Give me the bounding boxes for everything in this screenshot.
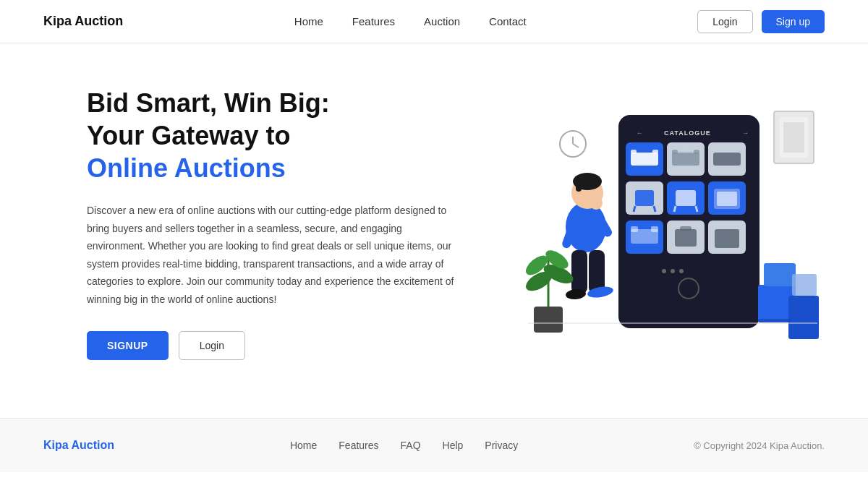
svg-rect-33: [675, 229, 697, 247]
svg-point-37: [662, 269, 666, 273]
svg-rect-22: [676, 190, 696, 206]
svg-rect-12: [672, 153, 699, 166]
signup-button[interactable]: Sign up: [762, 10, 825, 33]
footer: Kipa Auction Home Features FAQ Help Priv…: [0, 418, 868, 472]
navbar: Kipa Auction Home Features Auction Conta…: [0, 0, 868, 43]
svg-line-24: [696, 206, 697, 212]
svg-rect-56: [571, 250, 587, 294]
svg-rect-16: [713, 153, 741, 166]
svg-rect-45: [788, 296, 819, 339]
hero-text: Bid Smart, Win Big: Your Gateway to Onli…: [87, 87, 463, 360]
svg-point-38: [671, 269, 675, 273]
nav-auction[interactable]: Auction: [424, 15, 460, 27]
footer-links: Home Features FAQ Help Privacy: [290, 439, 518, 452]
svg-rect-46: [764, 263, 796, 286]
svg-line-19: [634, 206, 635, 212]
svg-text:→: →: [742, 129, 749, 137]
nav-features[interactable]: Features: [352, 15, 395, 27]
svg-rect-8: [631, 153, 658, 166]
hero-title: Bid Smart, Win Big: Your Gateway to Onli…: [87, 87, 463, 184]
svg-line-2: [573, 144, 579, 147]
hero-login-button[interactable]: Login: [179, 331, 245, 360]
nav-actions: Login Sign up: [697, 10, 825, 33]
svg-rect-36: [715, 229, 739, 248]
svg-text:←: ←: [637, 129, 643, 137]
svg-line-23: [674, 206, 676, 212]
footer-link-help[interactable]: Help: [443, 440, 464, 451]
svg-text:CATALOGUE: CATALOGUE: [664, 129, 711, 137]
svg-rect-14: [694, 150, 699, 154]
footer-link-home[interactable]: Home: [290, 440, 317, 451]
footer-copyright: © Copyright 2024 Kipa Auction.: [694, 440, 825, 451]
svg-rect-9: [631, 150, 637, 154]
brand-logo: Kipa Auction: [43, 14, 123, 29]
nav-links: Home Features Auction Contact: [294, 15, 527, 28]
hero-illustration: ← CATALOGUE →: [506, 100, 825, 346]
footer-link-faq[interactable]: FAQ: [401, 440, 421, 451]
svg-rect-13: [672, 150, 678, 154]
svg-rect-31: [651, 226, 658, 232]
hero-signup-button[interactable]: SIGNUP: [87, 331, 169, 360]
svg-rect-18: [635, 190, 654, 206]
footer-link-privacy[interactable]: Privacy: [485, 440, 518, 451]
hero-section: Bid Smart, Win Big: Your Gateway to Onli…: [0, 43, 868, 418]
svg-rect-34: [680, 226, 692, 231]
nav-home[interactable]: Home: [294, 15, 323, 27]
nav-contact[interactable]: Contact: [489, 15, 527, 27]
svg-rect-48: [758, 319, 791, 322]
hero-buttons: SIGNUP Login: [87, 331, 463, 360]
footer-brand[interactable]: Kipa Auction: [43, 439, 114, 452]
hero-description: Discover a new era of online auctions wi…: [87, 202, 463, 308]
illustration-svg: ← CATALOGUE →: [506, 100, 825, 361]
svg-rect-52: [576, 179, 582, 192]
svg-rect-27: [717, 192, 737, 206]
footer-link-features[interactable]: Features: [339, 440, 378, 451]
svg-point-39: [679, 269, 684, 273]
svg-rect-43: [783, 122, 804, 153]
svg-rect-30: [631, 226, 638, 232]
svg-rect-10: [652, 150, 658, 154]
svg-rect-60: [534, 307, 563, 333]
svg-rect-47: [792, 274, 817, 296]
login-button[interactable]: Login: [697, 10, 752, 33]
svg-point-55: [590, 197, 603, 210]
svg-line-20: [654, 206, 655, 212]
